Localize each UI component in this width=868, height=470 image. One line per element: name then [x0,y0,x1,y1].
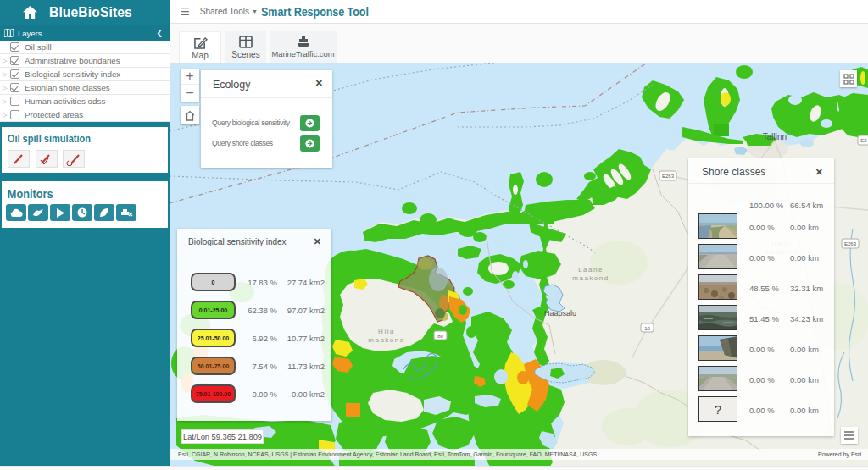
svg-text:maakond: maakond [572,274,609,282]
svg-text:Tallinn: Tallinn [763,132,787,141]
svg-text:E263: E263 [662,174,675,179]
svg-text:Lääne: Lääne [578,266,604,274]
svg-text:80: 80 [437,334,443,339]
svg-text:maakond: maakond [368,336,404,344]
svg-text:E263: E263 [844,241,857,246]
svg-text:Hiiu: Hiiu [378,328,395,335]
svg-text:E2: E2 [860,138,867,143]
svg-text:10: 10 [644,326,650,331]
